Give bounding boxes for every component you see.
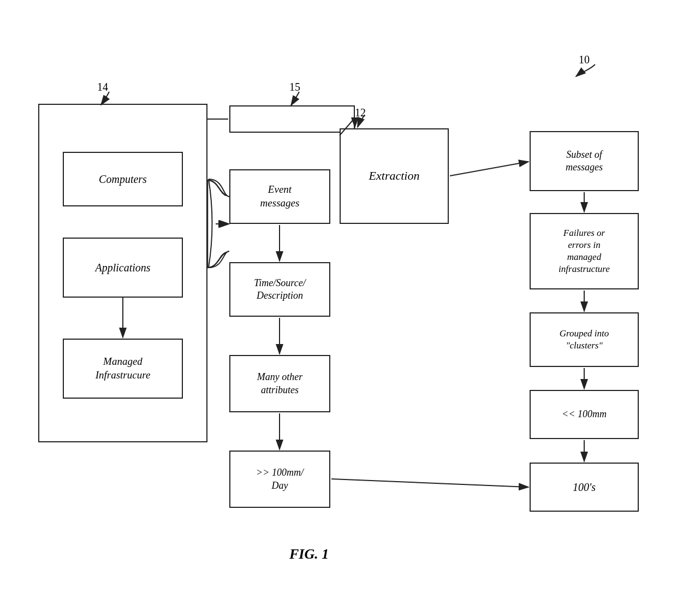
computers-label: Computers [99, 172, 147, 186]
gt100mm-box: >> 100mm/ Day [229, 451, 330, 508]
extraction-box: Extraction [340, 128, 449, 224]
hundreds-label: 100's [573, 480, 596, 494]
lt100mm-label: << 100mm [562, 408, 607, 420]
subset-box: Subset of messages [530, 131, 639, 191]
managed-infra-label: Managed Infrastrucure [96, 355, 151, 382]
failures-box: Failures or errors in managed infrastruc… [530, 213, 639, 289]
applications-label: Applications [95, 260, 150, 275]
computers-box: Computers [63, 152, 183, 206]
many-other-label: Many other attributes [257, 371, 302, 396]
svg-line-12 [450, 162, 528, 176]
ref-15: 15 [289, 81, 300, 93]
event-messages-box: Event messages [229, 169, 330, 224]
applications-box: Applications [63, 238, 183, 298]
ref-14: 14 [97, 81, 108, 93]
lt100mm-box: << 100mm [530, 390, 639, 439]
grouped-label: Grouped into "clusters" [560, 328, 609, 352]
failures-label: Failures or errors in managed infrastruc… [559, 227, 610, 275]
svg-line-17 [331, 479, 528, 487]
gt100mm-label: >> 100mm/ Day [256, 466, 304, 492]
figure-title: FIG. 1 [289, 546, 329, 562]
time-source-box: Time/Source/ Description [229, 262, 330, 317]
extraction-label: Extraction [369, 168, 420, 184]
hundreds-box: 100's [530, 463, 639, 512]
ref-12: 12 [355, 106, 366, 119]
subset-label: Subset of messages [566, 149, 603, 174]
diagram: 14 15 12 10 Computers Applications Manag… [0, 0, 677, 616]
event-messages-label: Event messages [260, 183, 300, 210]
managed-infra-box: Managed Infrastrucure [63, 339, 183, 399]
message-bus-box [229, 105, 355, 133]
time-source-label: Time/Source/ Description [254, 277, 305, 303]
ref-10: 10 [579, 54, 590, 66]
many-other-box: Many other attributes [229, 355, 330, 412]
grouped-box: Grouped into "clusters" [530, 312, 639, 367]
